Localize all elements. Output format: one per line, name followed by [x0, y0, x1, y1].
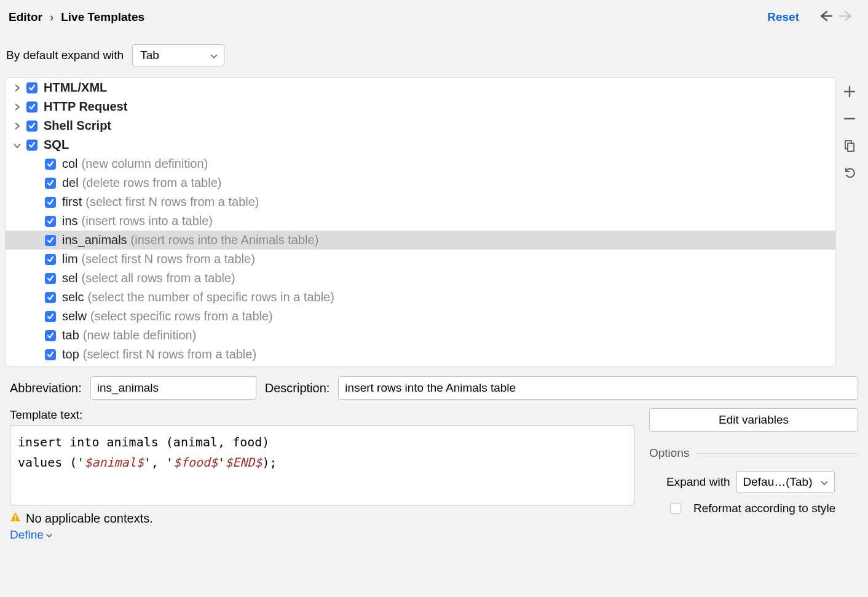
forward-arrow-icon [836, 9, 857, 26]
checkbox[interactable] [45, 330, 56, 341]
breadcrumb-live-templates[interactable]: Live Templates [61, 10, 144, 24]
tree-item-abbr: ins_animals [62, 233, 127, 247]
default-expand-select[interactable]: Tab [132, 44, 224, 66]
reformat-checkbox[interactable] [670, 503, 681, 514]
tree-group-label: Shell Script [44, 119, 111, 133]
tree-group[interactable]: HTTP Request [6, 97, 835, 116]
no-applicable-contexts-text: No applicable contexts. [26, 512, 153, 526]
expand-with-label: Expand with [666, 475, 730, 489]
tree-item-desc: (select specific rows from a table) [90, 309, 273, 323]
tree-item[interactable]: col (new column definition) [6, 154, 835, 173]
remove-icon[interactable] [840, 109, 859, 128]
chevron-down-icon[interactable] [12, 138, 23, 152]
tree-item-desc: (insert rows into a table) [82, 214, 213, 228]
checkbox[interactable] [45, 197, 56, 208]
description-input[interactable] [338, 376, 858, 400]
expand-with-select[interactable]: Defau…(Tab) [736, 471, 835, 493]
define-label: Define [10, 528, 44, 542]
checkbox[interactable] [45, 216, 56, 227]
divider [695, 453, 858, 454]
options-label: Options [649, 446, 689, 460]
chevron-right-icon[interactable] [12, 100, 23, 114]
template-text-label: Template text: [10, 408, 634, 422]
tree-item[interactable]: del (delete rows from a table) [6, 173, 835, 192]
tree-item-desc: (delete rows from a table) [82, 176, 222, 190]
tree-item-abbr: first [62, 195, 82, 209]
tree-item-abbr: selw [62, 309, 87, 323]
tree-item-desc: (select first N rows from a table) [82, 252, 255, 266]
tree-item-abbr: lim [62, 252, 78, 266]
checkbox[interactable] [26, 101, 37, 113]
tree-item-abbr: selc [62, 290, 84, 304]
tree-item-desc: (select first N rows from a table) [83, 347, 256, 362]
checkbox[interactable] [26, 121, 37, 132]
reformat-label: Reformat according to style [693, 502, 835, 515]
chevron-down-icon [821, 475, 828, 489]
tree-item-desc: (select all rows from a table) [82, 271, 235, 285]
add-icon[interactable] [840, 82, 859, 101]
abbreviation-input[interactable] [90, 376, 256, 400]
tree-item[interactable]: first (select first N rows from a table) [6, 192, 835, 212]
chevron-right-icon[interactable] [12, 119, 23, 133]
chevron-down-icon [210, 49, 218, 62]
chevron-down-icon [46, 530, 52, 540]
tree-item[interactable]: sel (select all rows from a table) [6, 269, 835, 288]
tree-group-label: SQL [44, 138, 69, 152]
checkbox[interactable] [26, 82, 37, 93]
tree-item-desc: (select first N rows from a table) [85, 195, 259, 209]
abbreviation-label: Abbreviation: [10, 381, 82, 395]
expand-with-value: Defau…(Tab) [743, 475, 813, 489]
template-tree[interactable]: HTML/XMLHTTP RequestShell ScriptSQLcol (… [5, 77, 836, 366]
checkbox[interactable] [45, 349, 56, 360]
copy-icon[interactable] [840, 136, 859, 155]
tree-item[interactable]: lim (select first N rows from a table) [6, 250, 835, 269]
reset-link[interactable]: Reset [767, 10, 799, 24]
tree-group[interactable]: Shell Script [6, 116, 835, 135]
tree-item-desc: (select the number of specific rows in a… [88, 290, 334, 304]
svg-rect-3 [15, 520, 16, 521]
tree-group[interactable]: HTML/XML [6, 78, 835, 97]
tree-item[interactable]: selc (select the number of specific rows… [6, 288, 835, 307]
chevron-right-icon: › [50, 10, 53, 24]
chevron-right-icon[interactable] [12, 81, 23, 95]
svg-rect-1 [848, 143, 854, 151]
checkbox[interactable] [45, 273, 56, 284]
tree-item-abbr: col [62, 157, 78, 171]
tree-item[interactable]: tab (new table definition) [6, 326, 835, 345]
edit-variables-button[interactable]: Edit variables [649, 408, 858, 432]
tree-item-desc: (new table definition) [83, 328, 197, 342]
tree-item-abbr: del [62, 176, 79, 190]
tree-item[interactable]: selw (select specific rows from a table) [6, 307, 835, 326]
tree-item-abbr: tab [62, 328, 79, 342]
tree-group-label: HTTP Request [44, 100, 127, 114]
define-context-link[interactable]: Define [10, 528, 52, 542]
default-expand-value: Tab [140, 49, 159, 62]
tree-group-label: HTML/XML [44, 81, 107, 95]
tree-item[interactable]: ins (insert rows into a table) [6, 212, 835, 231]
checkbox[interactable] [45, 235, 56, 246]
default-expand-label: By default expand with [6, 49, 124, 62]
checkbox[interactable] [45, 292, 56, 303]
tree-item[interactable]: ins_animals (insert rows into the Animal… [6, 231, 835, 250]
svg-rect-2 [15, 515, 16, 518]
checkbox[interactable] [26, 140, 37, 151]
checkbox[interactable] [45, 311, 56, 322]
back-arrow-icon[interactable] [815, 9, 836, 26]
tree-item[interactable]: top (select first N rows from a table) [6, 345, 835, 364]
warning-icon [10, 512, 21, 526]
checkbox[interactable] [45, 178, 56, 189]
revert-icon[interactable] [840, 164, 859, 182]
description-label: Description: [265, 381, 330, 395]
checkbox[interactable] [45, 159, 56, 170]
tree-item-desc: (new column definition) [82, 157, 208, 171]
tree-item-abbr: ins [62, 214, 78, 228]
tree-group[interactable]: SQL [6, 135, 835, 154]
checkbox[interactable] [45, 254, 56, 265]
tree-item-abbr: sel [62, 271, 78, 285]
tree-item-desc: (insert rows into the Animals table) [131, 233, 319, 247]
template-text-editor[interactable]: insert into animals (animal, food) value… [10, 425, 634, 505]
tree-item-abbr: top [62, 347, 79, 362]
breadcrumb-editor[interactable]: Editor [9, 10, 42, 24]
